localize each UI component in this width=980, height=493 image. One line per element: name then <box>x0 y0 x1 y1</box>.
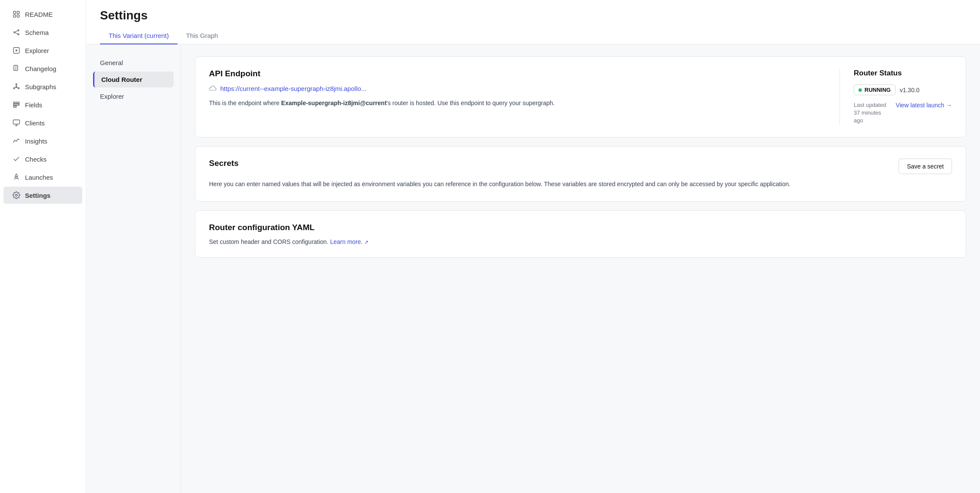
svg-line-21 <box>17 87 18 88</box>
sidebar-label-settings: Settings <box>25 192 50 199</box>
router-config-card: Router configuration YAML Set custom hea… <box>195 210 966 258</box>
svg-point-31 <box>16 194 18 197</box>
clients-icon <box>12 119 21 127</box>
leftnav-general[interactable]: General <box>93 55 174 71</box>
endpoint-url[interactable]: https://current--example-supergraph-iz8j… <box>220 85 366 92</box>
router-status-title: Router Status <box>854 69 952 78</box>
svg-point-5 <box>18 30 19 31</box>
sidebar-item-subgraphs[interactable]: Subgraphs <box>3 78 82 95</box>
svg-rect-12 <box>15 67 17 67</box>
api-endpoint-title: API Endpoint <box>209 69 826 78</box>
secrets-header: Secrets Save a secret <box>209 159 952 174</box>
sidebar-label-schema: Schema <box>25 29 49 36</box>
sidebar-label-explorer: Explorer <box>25 47 49 54</box>
page-header: Settings This Variant (current) This Gra… <box>86 0 980 44</box>
insights-icon <box>12 137 21 145</box>
content-area: General Cloud Router Explorer API Endpoi… <box>86 44 980 493</box>
sidebar-label-fields: Fields <box>25 101 42 109</box>
sidebar-label-insights: Insights <box>25 137 47 145</box>
status-badge: RUNNING <box>854 84 896 95</box>
left-nav: General Cloud Router Explorer <box>86 44 181 493</box>
sidebar-item-explorer[interactable]: Explorer <box>3 42 82 59</box>
sidebar-item-clients[interactable]: Clients <box>3 114 82 131</box>
tab-graph[interactable]: This Graph <box>178 28 227 44</box>
svg-point-30 <box>16 176 17 177</box>
svg-point-6 <box>18 34 19 35</box>
fields-icon <box>12 100 21 109</box>
launches-icon <box>12 173 21 181</box>
tabs-bar: This Variant (current) This Graph <box>100 28 966 44</box>
last-updated-row: Last updated 37 minutes ago View latest … <box>854 101 952 125</box>
sidebar-item-fields[interactable]: Fields <box>3 96 82 113</box>
svg-line-29 <box>18 178 19 179</box>
sidebar-item-checks[interactable]: Checks <box>3 150 82 168</box>
svg-line-8 <box>15 33 18 34</box>
svg-rect-23 <box>13 104 19 106</box>
endpoint-link-row: https://current--example-supergraph-iz8j… <box>209 84 826 92</box>
cloud-icon <box>209 84 217 92</box>
main-area: Settings This Variant (current) This Gra… <box>86 0 980 493</box>
svg-rect-1 <box>17 11 19 13</box>
svg-rect-0 <box>13 11 16 13</box>
changelog-icon <box>12 64 21 73</box>
sidebar: README Schema Explorer Changelog <box>0 0 86 493</box>
svg-rect-25 <box>13 120 20 124</box>
svg-line-7 <box>15 31 18 32</box>
sidebar-item-changelog[interactable]: Changelog <box>3 60 82 77</box>
api-endpoint-left: API Endpoint https://current--example-su… <box>209 69 840 125</box>
svg-marker-10 <box>16 49 18 52</box>
play-icon <box>12 46 21 55</box>
svg-line-28 <box>14 178 15 179</box>
api-endpoint-card: API Endpoint https://current--example-su… <box>195 56 966 137</box>
secrets-title: Secrets <box>209 159 239 168</box>
secrets-description: Here you can enter named values that wil… <box>209 179 952 190</box>
sidebar-item-insights[interactable]: Insights <box>3 132 82 150</box>
tab-variant[interactable]: This Variant (current) <box>100 28 178 44</box>
svg-point-15 <box>16 84 17 85</box>
subgraphs-icon <box>12 82 21 91</box>
router-config-title: Router configuration YAML <box>209 223 952 232</box>
svg-rect-14 <box>15 69 16 70</box>
view-launch-link[interactable]: View latest launch → <box>896 101 952 110</box>
svg-rect-2 <box>13 15 16 17</box>
router-config-description: Set custom header and CORS configuration… <box>209 238 952 245</box>
status-dot <box>858 88 862 92</box>
svg-line-20 <box>15 87 16 88</box>
learn-more-link[interactable]: Learn more. ↗ <box>330 238 368 245</box>
status-label: RUNNING <box>865 87 891 93</box>
scroll-area: API Endpoint https://current--example-su… <box>181 44 980 493</box>
schema-icon <box>12 28 21 37</box>
external-link-icon: ↗ <box>364 239 368 245</box>
sidebar-label-subgraphs: Subgraphs <box>25 83 56 90</box>
status-badge-row: RUNNING v1.30.0 <box>854 84 952 95</box>
router-status-panel: Router Status RUNNING v1.30.0 Last updat… <box>840 69 952 125</box>
home-icon <box>12 10 21 19</box>
page-title: Settings <box>100 0 966 28</box>
endpoint-description: This is the endpoint where Example-super… <box>209 98 826 108</box>
secrets-card: Secrets Save a secret Here you can enter… <box>195 146 966 202</box>
settings-icon <box>12 191 21 200</box>
sidebar-item-readme[interactable]: README <box>3 6 82 23</box>
leftnav-explorer[interactable]: Explorer <box>93 88 174 104</box>
sidebar-label-checks: Checks <box>25 156 47 163</box>
svg-point-4 <box>14 32 15 33</box>
save-secret-button[interactable]: Save a secret <box>899 159 952 174</box>
last-updated-text: Last updated 37 minutes ago <box>854 101 891 125</box>
sidebar-label-changelog: Changelog <box>25 65 56 72</box>
version-text: v1.30.0 <box>900 87 920 94</box>
sidebar-item-settings[interactable]: Settings <box>3 187 82 204</box>
sidebar-item-launches[interactable]: Launches <box>3 168 82 186</box>
svg-rect-22 <box>13 102 19 103</box>
sidebar-item-schema[interactable]: Schema <box>3 24 82 41</box>
checks-icon <box>12 155 21 163</box>
leftnav-cloud-router[interactable]: Cloud Router <box>93 72 174 87</box>
svg-rect-13 <box>15 68 17 69</box>
sidebar-label-clients: Clients <box>25 119 45 127</box>
sidebar-label-launches: Launches <box>25 174 53 181</box>
sidebar-label-readme: README <box>25 11 53 18</box>
svg-rect-3 <box>17 15 19 17</box>
svg-rect-24 <box>13 106 16 107</box>
